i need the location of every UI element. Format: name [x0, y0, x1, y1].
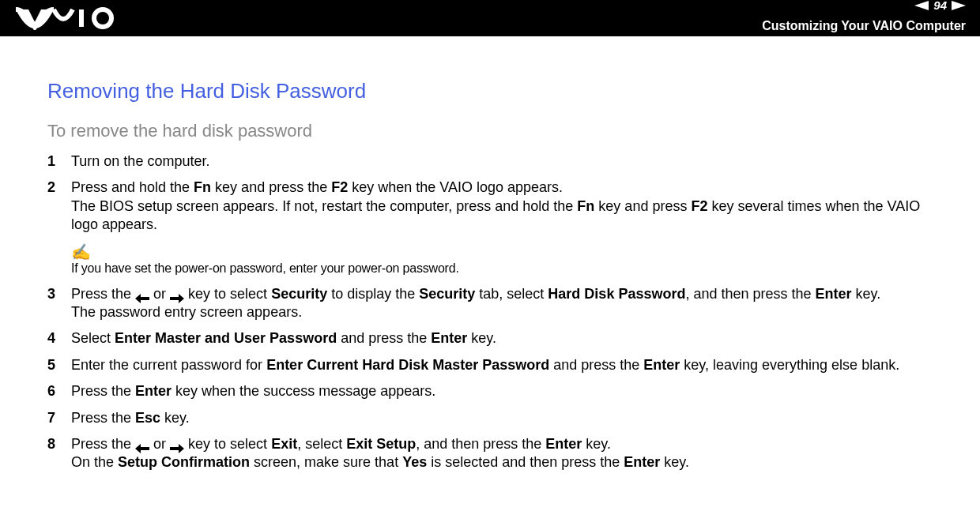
step-text: Press the [71, 286, 135, 302]
svg-marker-3 [952, 1, 966, 10]
key-label: Enter [643, 357, 680, 373]
ui-label: Hard Disk Password [548, 286, 685, 302]
step-text: is selected and then press the [427, 454, 624, 470]
step-number: 7 [47, 409, 71, 427]
step-text: key to select [184, 436, 271, 452]
step-item: 6 Press the Enter key when the success m… [47, 382, 933, 400]
step-text: The BIOS setup screen appears. If not, r… [71, 198, 577, 214]
page-content: Removing the Hard Disk Password To remov… [0, 36, 980, 472]
breadcrumb: Customizing Your VAIO Computer [762, 19, 966, 33]
step-text: Press the [71, 410, 135, 426]
step-body: Turn on the computer. [71, 152, 933, 171]
key-label: Esc [135, 410, 160, 426]
page-nav: 94 [914, 0, 966, 12]
ui-label: Exit Setup [346, 436, 416, 452]
svg-marker-4 [135, 294, 149, 303]
step-item: 2 Press and hold the Fn key and press th… [47, 178, 933, 234]
key-label: Enter [431, 330, 467, 346]
svg-point-1 [94, 9, 111, 27]
step-number: 6 [47, 382, 71, 400]
step-item: 7 Press the Esc key. [47, 409, 933, 427]
key-label: F2 [691, 198, 707, 214]
ui-label: Enter Master and User Password [115, 330, 337, 346]
step-body: Press the or key to select Exit, select … [71, 435, 933, 472]
step-text: Turn on the computer. [71, 153, 209, 169]
step-body: Press the Esc key. [71, 409, 933, 427]
step-text: , select [297, 436, 346, 452]
nav-prev-icon[interactable] [914, 1, 929, 10]
step-number: 2 [47, 178, 71, 234]
step-text: , and then press the [685, 286, 815, 302]
page-number: 94 [933, 0, 947, 12]
step-body: Press the or key to select Security to d… [71, 285, 933, 322]
svg-marker-5 [170, 294, 184, 303]
ui-label: Yes [402, 454, 427, 470]
step-text: or [149, 436, 170, 452]
key-label: Enter [624, 454, 660, 470]
ui-label: Exit [271, 436, 297, 452]
svg-marker-2 [914, 1, 929, 10]
svg-marker-7 [170, 444, 184, 453]
step-body: Press the Enter key when the success mes… [71, 382, 933, 400]
step-body: Enter the current password for Enter Cur… [71, 356, 933, 374]
step-number: 1 [47, 152, 71, 171]
step-text: key, leaving everything else blank. [680, 357, 899, 373]
arrow-right-icon [170, 440, 184, 449]
ui-label: Enter Current Hard Disk Master Password [266, 357, 549, 373]
step-text: Press and hold the [71, 179, 194, 195]
key-label: Enter [816, 286, 852, 302]
step-text: key when the VAIO logo appears. [348, 179, 563, 195]
step-item: 8 Press the or key to select Exit, selec… [47, 435, 933, 472]
page-title: Removing the Hard Disk Password [47, 79, 933, 103]
step-text: or [149, 286, 170, 302]
key-label: Fn [577, 198, 594, 214]
svg-rect-0 [79, 9, 84, 27]
step-text: On the [71, 454, 118, 470]
step-text: key when the success message appears. [172, 383, 435, 399]
step-text: and press the [549, 357, 643, 373]
step-text: key and press [594, 198, 691, 214]
step-item: 3 Press the or key to select Security to… [47, 285, 933, 322]
step-text: key. [582, 436, 611, 452]
step-text: The password entry screen appears. [71, 303, 933, 321]
step-text: key. [467, 330, 496, 346]
key-label: Enter [545, 436, 582, 452]
step-body: Press and hold the Fn key and press the … [71, 178, 933, 234]
step-number: 3 [47, 285, 71, 322]
step-body: Select Enter Master and User Password an… [71, 329, 933, 348]
key-label: Fn [194, 179, 211, 195]
step-text: and press the [337, 330, 431, 346]
step-number: 5 [47, 356, 71, 374]
step-text: key. [852, 286, 881, 302]
step-number: 4 [47, 329, 71, 348]
note-icon: ✍ [71, 244, 933, 260]
note-block: ✍ If you have set the power-on password,… [71, 244, 933, 276]
step-number: 8 [47, 435, 71, 472]
step-text: Press the [71, 383, 135, 399]
page-subtitle: To remove the hard disk password [47, 121, 933, 141]
step-text: to display the [327, 286, 419, 302]
step-text: Press the [71, 436, 135, 452]
step-item: 4 Select Enter Master and User Password … [47, 329, 933, 348]
ui-label: Security [271, 286, 327, 302]
step-text: key and press the [211, 179, 331, 195]
ui-label: Setup Confirmation [118, 454, 250, 470]
step-text: key. [660, 454, 689, 470]
step-item: 1 Turn on the computer. [47, 152, 933, 171]
page-header: 94 Customizing Your VAIO Computer [0, 0, 980, 36]
step-text: tab, select [475, 286, 548, 302]
step-text: Enter the current password for [71, 357, 266, 373]
svg-marker-6 [135, 444, 149, 453]
vaio-logo [14, 6, 125, 30]
arrow-right-icon [170, 290, 184, 299]
key-label: Enter [135, 383, 172, 399]
step-text: , and then press the [416, 436, 545, 452]
step-text: Select [71, 330, 115, 346]
arrow-left-icon [135, 290, 149, 299]
ui-label: Security [419, 286, 475, 302]
step-item: 5 Enter the current password for Enter C… [47, 356, 933, 374]
nav-next-icon[interactable] [952, 1, 966, 10]
key-label: F2 [331, 179, 348, 195]
note-text: If you have set the power-on password, e… [71, 261, 933, 276]
step-text: screen, make sure that [250, 454, 402, 470]
